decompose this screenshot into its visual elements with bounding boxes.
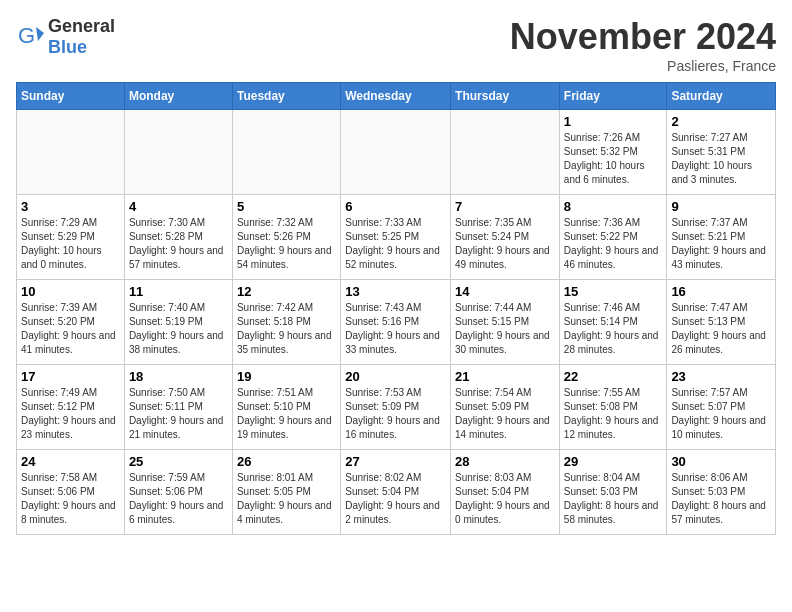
day-number: 30 xyxy=(671,454,771,469)
day-info: Sunrise: 7:53 AM Sunset: 5:09 PM Dayligh… xyxy=(345,386,446,442)
day-info: Sunrise: 8:06 AM Sunset: 5:03 PM Dayligh… xyxy=(671,471,771,527)
day-info: Sunrise: 7:36 AM Sunset: 5:22 PM Dayligh… xyxy=(564,216,663,272)
day-number: 4 xyxy=(129,199,228,214)
calendar-cell: 17Sunrise: 7:49 AM Sunset: 5:12 PM Dayli… xyxy=(17,365,125,450)
day-number: 27 xyxy=(345,454,446,469)
day-info: Sunrise: 7:26 AM Sunset: 5:32 PM Dayligh… xyxy=(564,131,663,187)
day-number: 13 xyxy=(345,284,446,299)
day-number: 9 xyxy=(671,199,771,214)
day-info: Sunrise: 7:49 AM Sunset: 5:12 PM Dayligh… xyxy=(21,386,120,442)
calendar-cell: 6Sunrise: 7:33 AM Sunset: 5:25 PM Daylig… xyxy=(341,195,451,280)
day-info: Sunrise: 7:33 AM Sunset: 5:25 PM Dayligh… xyxy=(345,216,446,272)
weekday-header-monday: Monday xyxy=(124,83,232,110)
day-info: Sunrise: 7:50 AM Sunset: 5:11 PM Dayligh… xyxy=(129,386,228,442)
calendar-cell: 1Sunrise: 7:26 AM Sunset: 5:32 PM Daylig… xyxy=(559,110,667,195)
day-info: Sunrise: 7:54 AM Sunset: 5:09 PM Dayligh… xyxy=(455,386,555,442)
calendar-cell xyxy=(124,110,232,195)
calendar-cell: 30Sunrise: 8:06 AM Sunset: 5:03 PM Dayli… xyxy=(667,450,776,535)
day-info: Sunrise: 8:03 AM Sunset: 5:04 PM Dayligh… xyxy=(455,471,555,527)
week-row-1: 1Sunrise: 7:26 AM Sunset: 5:32 PM Daylig… xyxy=(17,110,776,195)
week-row-3: 10Sunrise: 7:39 AM Sunset: 5:20 PM Dayli… xyxy=(17,280,776,365)
logo-text-blue: Blue xyxy=(48,37,87,57)
day-info: Sunrise: 7:42 AM Sunset: 5:18 PM Dayligh… xyxy=(237,301,336,357)
day-info: Sunrise: 7:29 AM Sunset: 5:29 PM Dayligh… xyxy=(21,216,120,272)
day-number: 15 xyxy=(564,284,663,299)
svg-text:G: G xyxy=(18,23,35,48)
day-number: 5 xyxy=(237,199,336,214)
calendar-cell: 10Sunrise: 7:39 AM Sunset: 5:20 PM Dayli… xyxy=(17,280,125,365)
day-number: 18 xyxy=(129,369,228,384)
day-info: Sunrise: 7:43 AM Sunset: 5:16 PM Dayligh… xyxy=(345,301,446,357)
day-info: Sunrise: 7:46 AM Sunset: 5:14 PM Dayligh… xyxy=(564,301,663,357)
calendar-cell: 26Sunrise: 8:01 AM Sunset: 5:05 PM Dayli… xyxy=(232,450,340,535)
day-info: Sunrise: 7:40 AM Sunset: 5:19 PM Dayligh… xyxy=(129,301,228,357)
calendar-cell: 11Sunrise: 7:40 AM Sunset: 5:19 PM Dayli… xyxy=(124,280,232,365)
month-title: November 2024 xyxy=(510,16,776,58)
day-number: 26 xyxy=(237,454,336,469)
day-info: Sunrise: 7:37 AM Sunset: 5:21 PM Dayligh… xyxy=(671,216,771,272)
weekday-header-thursday: Thursday xyxy=(451,83,560,110)
day-number: 17 xyxy=(21,369,120,384)
calendar-cell: 14Sunrise: 7:44 AM Sunset: 5:15 PM Dayli… xyxy=(451,280,560,365)
logo: G General Blue xyxy=(16,16,115,58)
calendar-cell: 9Sunrise: 7:37 AM Sunset: 5:21 PM Daylig… xyxy=(667,195,776,280)
day-number: 1 xyxy=(564,114,663,129)
calendar-cell: 22Sunrise: 7:55 AM Sunset: 5:08 PM Dayli… xyxy=(559,365,667,450)
calendar-cell xyxy=(232,110,340,195)
calendar-cell: 20Sunrise: 7:53 AM Sunset: 5:09 PM Dayli… xyxy=(341,365,451,450)
day-number: 2 xyxy=(671,114,771,129)
calendar-cell xyxy=(341,110,451,195)
calendar-cell: 23Sunrise: 7:57 AM Sunset: 5:07 PM Dayli… xyxy=(667,365,776,450)
calendar-cell: 29Sunrise: 8:04 AM Sunset: 5:03 PM Dayli… xyxy=(559,450,667,535)
day-number: 14 xyxy=(455,284,555,299)
weekday-header-row: SundayMondayTuesdayWednesdayThursdayFrid… xyxy=(17,83,776,110)
day-number: 3 xyxy=(21,199,120,214)
day-number: 6 xyxy=(345,199,446,214)
day-number: 28 xyxy=(455,454,555,469)
weekday-header-tuesday: Tuesday xyxy=(232,83,340,110)
day-info: Sunrise: 7:27 AM Sunset: 5:31 PM Dayligh… xyxy=(671,131,771,187)
calendar-cell: 25Sunrise: 7:59 AM Sunset: 5:06 PM Dayli… xyxy=(124,450,232,535)
calendar-cell: 13Sunrise: 7:43 AM Sunset: 5:16 PM Dayli… xyxy=(341,280,451,365)
header: G General Blue November 2024 Paslieres, … xyxy=(16,16,776,74)
calendar-cell: 15Sunrise: 7:46 AM Sunset: 5:14 PM Dayli… xyxy=(559,280,667,365)
calendar-cell: 8Sunrise: 7:36 AM Sunset: 5:22 PM Daylig… xyxy=(559,195,667,280)
day-info: Sunrise: 7:35 AM Sunset: 5:24 PM Dayligh… xyxy=(455,216,555,272)
week-row-2: 3Sunrise: 7:29 AM Sunset: 5:29 PM Daylig… xyxy=(17,195,776,280)
day-info: Sunrise: 7:30 AM Sunset: 5:28 PM Dayligh… xyxy=(129,216,228,272)
day-number: 20 xyxy=(345,369,446,384)
weekday-header-saturday: Saturday xyxy=(667,83,776,110)
day-number: 11 xyxy=(129,284,228,299)
day-number: 8 xyxy=(564,199,663,214)
day-number: 29 xyxy=(564,454,663,469)
day-number: 22 xyxy=(564,369,663,384)
location-subtitle: Paslieres, France xyxy=(510,58,776,74)
day-number: 25 xyxy=(129,454,228,469)
calendar-cell: 16Sunrise: 7:47 AM Sunset: 5:13 PM Dayli… xyxy=(667,280,776,365)
day-info: Sunrise: 8:04 AM Sunset: 5:03 PM Dayligh… xyxy=(564,471,663,527)
svg-marker-1 xyxy=(36,27,44,41)
weekday-header-friday: Friday xyxy=(559,83,667,110)
calendar-cell: 27Sunrise: 8:02 AM Sunset: 5:04 PM Dayli… xyxy=(341,450,451,535)
day-number: 21 xyxy=(455,369,555,384)
calendar-cell: 21Sunrise: 7:54 AM Sunset: 5:09 PM Dayli… xyxy=(451,365,560,450)
calendar-cell: 28Sunrise: 8:03 AM Sunset: 5:04 PM Dayli… xyxy=(451,450,560,535)
day-info: Sunrise: 7:39 AM Sunset: 5:20 PM Dayligh… xyxy=(21,301,120,357)
day-info: Sunrise: 7:57 AM Sunset: 5:07 PM Dayligh… xyxy=(671,386,771,442)
logo-text-general: General xyxy=(48,16,115,36)
title-area: November 2024 Paslieres, France xyxy=(510,16,776,74)
calendar-cell: 4Sunrise: 7:30 AM Sunset: 5:28 PM Daylig… xyxy=(124,195,232,280)
day-info: Sunrise: 7:32 AM Sunset: 5:26 PM Dayligh… xyxy=(237,216,336,272)
day-info: Sunrise: 7:59 AM Sunset: 5:06 PM Dayligh… xyxy=(129,471,228,527)
calendar-cell: 5Sunrise: 7:32 AM Sunset: 5:26 PM Daylig… xyxy=(232,195,340,280)
calendar-cell: 18Sunrise: 7:50 AM Sunset: 5:11 PM Dayli… xyxy=(124,365,232,450)
day-info: Sunrise: 8:02 AM Sunset: 5:04 PM Dayligh… xyxy=(345,471,446,527)
calendar-cell xyxy=(451,110,560,195)
day-info: Sunrise: 7:58 AM Sunset: 5:06 PM Dayligh… xyxy=(21,471,120,527)
day-info: Sunrise: 7:44 AM Sunset: 5:15 PM Dayligh… xyxy=(455,301,555,357)
day-number: 7 xyxy=(455,199,555,214)
weekday-header-sunday: Sunday xyxy=(17,83,125,110)
day-info: Sunrise: 8:01 AM Sunset: 5:05 PM Dayligh… xyxy=(237,471,336,527)
logo-icon: G xyxy=(16,23,44,51)
calendar-cell: 12Sunrise: 7:42 AM Sunset: 5:18 PM Dayli… xyxy=(232,280,340,365)
